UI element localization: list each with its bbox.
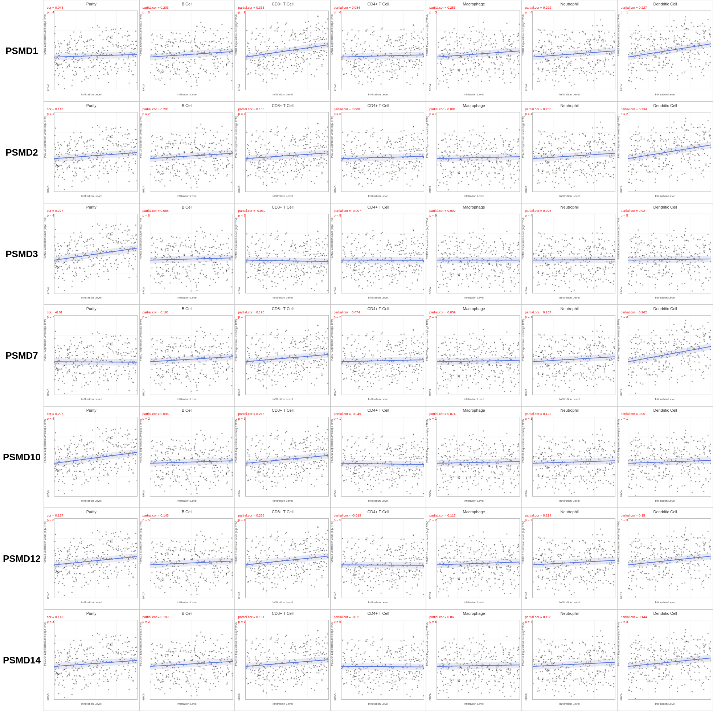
y-axis-label: PSMD12 Expression Level (log2 TPM) — [426, 556, 428, 564]
cancer-label: BRCA — [429, 84, 431, 91]
plot-psmd1-macrophage: Macrophage partial.cor = 0.256 p = 3.85e… — [426, 0, 522, 101]
x-axis-label: Infiltration Level — [331, 93, 426, 96]
cancer-label: BRCA — [333, 186, 336, 193]
scatter-plot — [150, 316, 233, 395]
scatter-plot — [628, 417, 711, 496]
plot-psmd2-b-cell: B Cell partial.cor = 0.201 p = 2.11e-10 … — [139, 101, 235, 203]
cancer-label: BRCA — [525, 186, 527, 193]
plot-psmd12-dendritic-cell: Dendritic Cell partial.cor = 0.15 p = 3.… — [617, 508, 713, 609]
plot-psmd3-neutrophil: Neutrophil partial.cor = 0.025 p = 4.39e… — [522, 203, 618, 305]
y-axis-label: PSMD10 Expression Level (log2 TPM) — [617, 454, 620, 463]
y-axis-label: PSMD7 Expression Level (log2 TPM) — [617, 353, 620, 361]
plot-psmd1-cd8--t-cell: CD8+ T Cell partial.cor = 0.333 p = 9.04… — [235, 0, 331, 101]
scatter-plot — [246, 316, 328, 395]
cor-value: partial.cor = 0.237 — [525, 311, 551, 314]
cor-value: partial.cor = 0.196 — [238, 311, 264, 314]
x-axis-label: Infiltration Level — [427, 194, 521, 198]
y-axis-label: PSMD10 Expression Level (log2 TPM) — [426, 454, 428, 463]
x-axis-label: Infiltration Level — [427, 601, 521, 604]
plot-psmd3-purity: Purity cor = 0.227 p = 4.38e-13 Infiltra… — [43, 203, 139, 305]
y-axis-label: PSMD7 Expression Level (log2 TPM) — [522, 353, 524, 361]
scatter-plot — [54, 316, 137, 395]
cancer-label: BRCA — [142, 490, 145, 497]
x-axis-label: Infiltration Level — [235, 296, 330, 299]
cancer-label: BRCA — [238, 490, 240, 497]
plot-psmd3-dendritic-cell: Dendritic Cell partial.cor = 0.02 p = 5.… — [617, 203, 713, 305]
cor-value: partial.cor = -0.049 — [334, 412, 361, 416]
scatter-plot — [533, 214, 615, 293]
scatter-plot — [342, 316, 424, 395]
x-axis-label: Infiltration Level — [331, 601, 426, 604]
x-axis-label: Infiltration Level — [235, 194, 330, 198]
cor-value: cor = 0.113 — [47, 107, 63, 111]
cancer-label: BRCA — [46, 287, 49, 294]
cor-value: partial.cor = 0.255 — [525, 107, 551, 111]
scatter-plot — [628, 112, 711, 192]
scatter-plot — [342, 417, 424, 496]
y-axis-label: PSMD10 Expression Level (log2 TPM) — [235, 454, 237, 463]
scatter-plot — [150, 11, 233, 90]
scatter-plot — [150, 620, 233, 699]
plot-psmd2-neutrophil: Neutrophil partial.cor = 0.255 p = 1.26e… — [522, 101, 618, 203]
plot-psmd1-neutrophil: Neutrophil partial.cor = 0.292 p = 4.30e… — [522, 0, 618, 101]
cor-value: partial.cor = 0.155 — [238, 107, 264, 111]
cor-value: partial.cor = 0.213 — [238, 412, 264, 416]
plot-psmd12-cd4--t-cell: CD4+ T Cell partial.cor = -0.019 p = 5.5… — [331, 508, 427, 609]
cor-value: partial.cor = 0.206 — [143, 6, 169, 9]
y-axis-label: PSMD10 Expression Level (log2 TPM) — [43, 454, 46, 463]
cor-value: partial.cor = 0.025 — [525, 209, 551, 213]
cancer-label: BRCA — [46, 490, 49, 497]
cor-value: partial.cor = 0.201 — [143, 107, 169, 111]
y-axis-label: PSMD3 Expression Level (log2 TPM) — [139, 251, 142, 260]
plot-psmd14-dendritic-cell: Dendritic Cell partial.cor = 0.144 p = 8… — [617, 609, 713, 711]
plot-psmd7-dendritic-cell: Dendritic Cell partial.cor = 0.262 p = 3… — [617, 305, 713, 406]
scatter-plot — [246, 620, 328, 699]
cor-value: partial.cor = 0.189 — [143, 615, 169, 619]
x-axis-label: Infiltration Level — [235, 397, 330, 401]
scatter-plot — [54, 11, 137, 90]
cor-value: partial.cor = 0.333 — [238, 6, 264, 9]
y-axis-label: PSMD14 Expression Level (log2 TPM) — [235, 657, 237, 666]
gene-label-psmd14: PSMD14 — [0, 609, 43, 711]
y-axis-label: PSMD2 Expression Level (log2 TPM) — [617, 149, 620, 158]
cancer-label: BRCA — [46, 592, 49, 599]
plot-psmd10-b-cell: B Cell partial.cor = 0.096 p = 2.58e-03 … — [139, 406, 235, 508]
x-axis-label: Infiltration Level — [618, 601, 713, 604]
x-axis-label: Infiltration Level — [140, 93, 235, 96]
cancer-label: BRCA — [142, 592, 145, 599]
scatter-plot — [150, 417, 233, 496]
scatter-plot — [246, 214, 328, 293]
x-axis-label: Infiltration Level — [140, 601, 235, 604]
scatter-plot — [437, 620, 520, 699]
plot-psmd3-macrophage: Macrophage partial.cor = 0.002 p = 9.61e… — [426, 203, 522, 305]
plot-psmd12-neutrophil: Neutrophil partial.cor = 0.214 p = 2.78e… — [522, 508, 618, 609]
x-axis-label: Infiltration Level — [618, 702, 713, 706]
y-axis-label: PSMD12 Expression Level (log2 TPM) — [139, 556, 142, 564]
scatter-plot — [54, 417, 137, 496]
cor-value: partial.cor = -0.019 — [334, 514, 361, 517]
cancer-label: BRCA — [46, 694, 49, 700]
x-axis-label: Infiltration Level — [140, 296, 235, 299]
y-axis-label: PSMD3 Expression Level (log2 TPM) — [617, 251, 620, 260]
cor-value: partial.cor = 0.081 — [429, 107, 455, 111]
cancer-label: BRCA — [238, 389, 240, 396]
x-axis-label: Infiltration Level — [235, 601, 330, 604]
scatter-plot — [246, 417, 328, 496]
x-axis-label: Infiltration Level — [44, 93, 139, 96]
y-axis-label: PSMD12 Expression Level (log2 TPM) — [235, 556, 237, 564]
cancer-label: BRCA — [620, 84, 623, 91]
gene-label-psmd10: PSMD10 — [0, 406, 43, 508]
cancer-label: BRCA — [333, 490, 336, 497]
x-axis-label: Infiltration Level — [44, 499, 139, 502]
scatter-plot — [533, 316, 615, 395]
cor-value: partial.cor = 0.122 — [525, 412, 551, 416]
x-axis-label: Infiltration Level — [618, 194, 713, 198]
plot-psmd14-cd4--t-cell: CD4+ T Cell partial.cor = -0.02 p = 5.42… — [331, 609, 427, 711]
cor-value: partial.cor = 0.238 — [238, 514, 264, 517]
cancer-label: BRCA — [142, 694, 145, 700]
cor-value: partial.cor = -0.02 — [334, 615, 359, 619]
scatter-plot — [437, 11, 520, 90]
cor-value: partial.cor = 0.234 — [621, 107, 647, 111]
cor-value: partial.cor = 0.292 — [525, 6, 551, 9]
scatter-plot — [150, 112, 233, 192]
